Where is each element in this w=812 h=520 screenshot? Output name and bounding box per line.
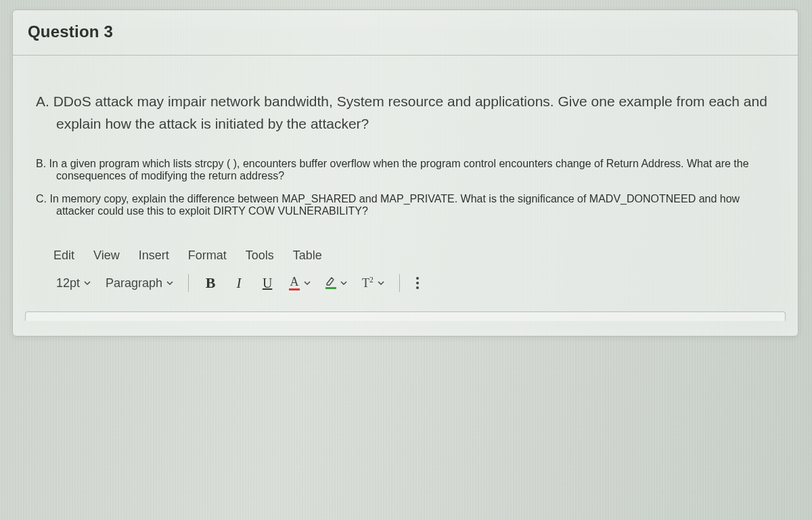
question-part-a: A. DDoS attack may impair network bandwi… (36, 91, 775, 135)
question-body: A. DDoS attack may impair network bandwi… (13, 56, 798, 311)
editor-toolbar: 12pt Paragraph B I U (48, 272, 763, 305)
text-color-icon: A (289, 276, 300, 290)
question-part-a-text: A. DDoS attack may impair network bandwi… (36, 91, 775, 135)
superscript-dropdown[interactable]: T2 (359, 274, 387, 292)
editor-menubar: Edit View Insert Format Tools Table (48, 246, 763, 272)
toolbar-separator (399, 274, 400, 292)
chevron-down-icon (304, 280, 311, 286)
menu-tools[interactable]: Tools (246, 248, 274, 263)
block-format-value: Paragraph (106, 276, 162, 290)
answer-textarea[interactable] (25, 311, 786, 321)
font-size-dropdown[interactable]: 12pt (53, 275, 93, 292)
chevron-down-icon (84, 280, 91, 286)
question-title: Question 3 (28, 22, 783, 41)
rich-text-editor: Edit View Insert Format Tools Table 12pt (48, 246, 763, 305)
menu-edit[interactable]: Edit (53, 248, 74, 263)
question-header: Question 3 (13, 10, 798, 56)
question-part-c-text: C. In memory copy, explain the differenc… (36, 193, 775, 217)
block-format-dropdown[interactable]: Paragraph (103, 275, 176, 292)
chevron-down-icon (340, 280, 347, 286)
question-card: Question 3 A. DDoS attack may impair net… (12, 9, 798, 337)
question-part-b-text: B. In a given program which lists strcpy… (36, 158, 775, 182)
superscript-icon: T2 (362, 276, 374, 290)
underline-button[interactable]: U (258, 274, 277, 292)
question-part-c: C. In memory copy, explain the differenc… (36, 193, 775, 217)
highlight-color-dropdown[interactable] (323, 276, 350, 290)
menu-insert[interactable]: Insert (139, 248, 169, 263)
font-size-value: 12pt (56, 276, 80, 290)
italic-button[interactable]: I (229, 274, 248, 292)
toolbar-separator (188, 274, 189, 292)
more-options-button[interactable] (412, 274, 423, 292)
question-part-b: B. In a given program which lists strcpy… (36, 158, 775, 182)
menu-table[interactable]: Table (293, 248, 322, 263)
chevron-down-icon (166, 280, 173, 286)
text-color-dropdown[interactable]: A (286, 274, 313, 292)
menu-view[interactable]: View (93, 248, 120, 263)
highlighter-icon (325, 277, 336, 289)
menu-format[interactable]: Format (188, 248, 227, 263)
bold-button[interactable]: B (201, 274, 220, 292)
chevron-down-icon (378, 280, 384, 286)
